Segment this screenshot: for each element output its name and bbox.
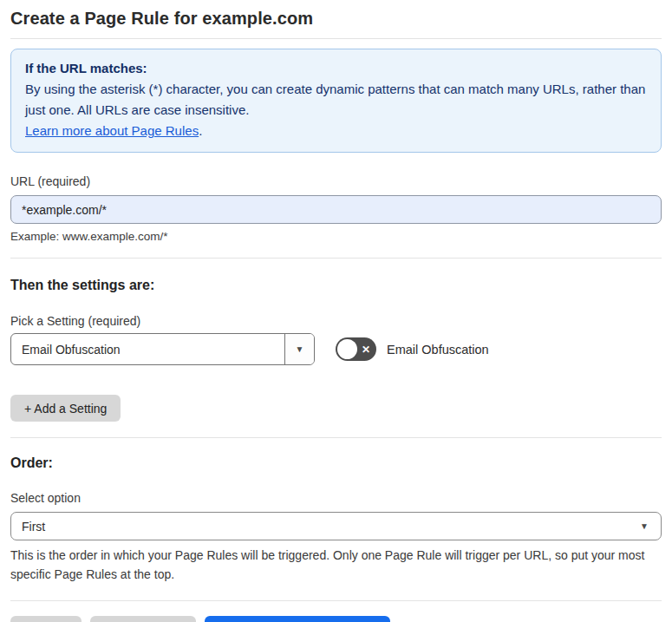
cancel-button[interactable]: Cancel (10, 616, 82, 622)
url-section-divider (10, 258, 662, 259)
toggle-label: Email Obfuscation (387, 343, 489, 357)
create-page-rule-form: Create a Page Rule for example.com If th… (0, 9, 672, 622)
order-select[interactable]: First ▼ (10, 512, 662, 540)
order-select-value: First (22, 520, 45, 534)
info-box-link-row: Learn more about Page Rules. (25, 121, 647, 141)
settings-section-heading: Then the settings are: (10, 278, 662, 293)
setting-row: Email Obfuscation ▼ ✕ Email Obfuscation (10, 333, 662, 365)
save-as-draft-button[interactable]: Save as Draft (90, 616, 197, 622)
page-title: Create a Page Rule for example.com (10, 9, 662, 29)
chevron-down-icon: ▼ (640, 522, 649, 531)
toggle-off-x-icon: ✕ (362, 344, 370, 355)
url-example-text: Example: www.example.com/* (10, 230, 662, 243)
setting-select-value: Email Obfuscation (11, 334, 284, 364)
link-suffix: . (199, 123, 202, 138)
url-input[interactable] (10, 195, 662, 224)
setting-select-arrow-button[interactable]: ▼ (284, 334, 314, 364)
pick-setting-label: Pick a Setting (required) (10, 314, 662, 328)
settings-section-divider (10, 437, 662, 438)
header-divider (10, 38, 662, 39)
order-section-heading: Order: (10, 455, 662, 471)
order-select-label: Select option (10, 491, 662, 505)
info-box-heading: If the URL matches: (25, 58, 647, 79)
learn-more-link[interactable]: Learn more about Page Rules (25, 123, 199, 138)
footer-actions: Cancel Save as Draft Save and Deploy Pag… (10, 616, 662, 622)
url-match-info-box: If the URL matches: By using the asteris… (10, 49, 662, 153)
chevron-down-icon: ▼ (296, 345, 304, 354)
order-section-divider (10, 600, 662, 601)
setting-select[interactable]: Email Obfuscation ▼ (10, 333, 315, 365)
url-field-label: URL (required) (10, 174, 662, 188)
toggle-knob (337, 339, 357, 359)
save-and-deploy-button[interactable]: Save and Deploy Page Rule (205, 616, 390, 622)
email-obfuscation-toggle[interactable]: ✕ (336, 337, 376, 361)
order-help-text: This is the order in which your Page Rul… (10, 546, 662, 584)
email-obfuscation-toggle-group: ✕ Email Obfuscation (336, 337, 489, 361)
info-box-body: By using the asterisk (*) character, you… (25, 79, 647, 121)
add-setting-button[interactable]: + Add a Setting (10, 395, 121, 422)
